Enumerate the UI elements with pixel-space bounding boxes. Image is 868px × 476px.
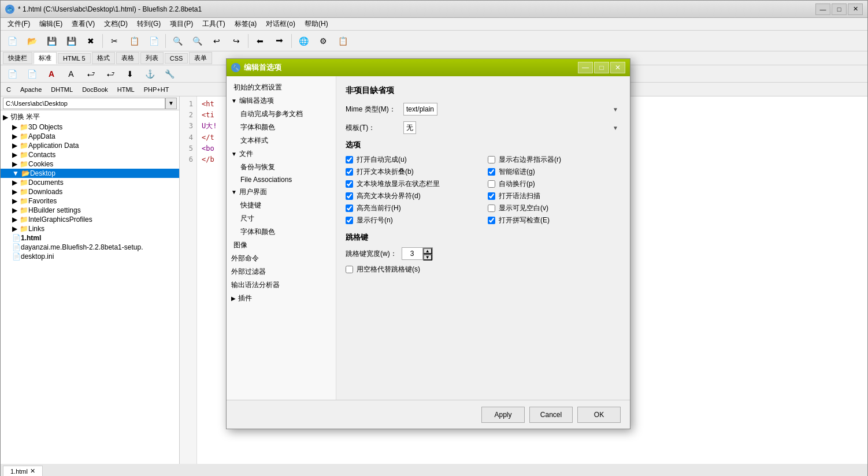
nav-label-images: 图像	[233, 240, 247, 250]
tab-space-label: 用空格代替跳格键(s)	[357, 265, 420, 274]
apply-button[interactable]: Apply	[481, 407, 525, 423]
opt-show-linenums: 显示行号(n)	[346, 215, 478, 225]
section-title: 非项目缺省项	[346, 85, 621, 96]
ok-button[interactable]: OK	[577, 407, 621, 423]
tab-width-row: 跳格键宽度(w)： ▲ ▼	[346, 247, 621, 260]
nav-ui[interactable]: ▼ 用户界面	[227, 185, 336, 199]
nav-images[interactable]: 图像	[227, 239, 336, 252]
opt-smartindent-label: 智能缩进(g)	[499, 167, 535, 177]
nav-label-shortcuts: 快捷键	[240, 200, 261, 210]
nav-label-initial: 初始的文档设置	[233, 83, 282, 92]
opt-syntax-label: 打开语法扫描	[499, 191, 540, 201]
opt-highlight-delim-checkbox[interactable]	[346, 192, 353, 200]
spinbox-buttons: ▲ ▼	[422, 247, 433, 260]
mime-dropdown-icon: ▼	[613, 106, 618, 113]
spinbox-up-button[interactable]: ▲	[423, 248, 432, 254]
nav-expand-plugins: ▶	[231, 295, 236, 302]
opt-show-whitespace: 显示可见空白(v)	[488, 203, 621, 213]
nav-label-files: 文件	[239, 149, 253, 159]
nav-label-dimensions: 尺寸	[240, 214, 254, 224]
nav-initial-docs[interactable]: 初始的文档设置	[227, 81, 336, 94]
template-dropdown-icon: ▼	[613, 125, 618, 131]
opt-wordwrap-checkbox[interactable]	[488, 180, 495, 188]
nav-editor-options[interactable]: ▼ 编辑器选项	[227, 94, 336, 107]
opt-show-whitespace-label: 显示可见空白(v)	[499, 203, 548, 213]
opt-autocomplete: 打开自动完成(u)	[346, 155, 478, 165]
dialog-overlay: 🔧 编辑首选项 — □ ✕ 初始的文档设置 ▼	[1, 1, 868, 476]
mime-label: Mime 类型(M)：	[346, 105, 403, 114]
opt-autocomplete-checkbox[interactable]	[346, 156, 353, 163]
opt-spell-label: 打开拼写检查(E)	[499, 215, 550, 225]
nav-label-ext-cmd: 外部命令	[231, 254, 259, 263]
mime-row: Mime 类型(M)： text/plain ▼	[346, 103, 621, 116]
nav-file-assoc[interactable]: File Associations	[227, 174, 336, 185]
template-select[interactable]: 无	[403, 121, 416, 134]
tab-space-checkbox[interactable]	[346, 266, 353, 273]
template-label: 模板(T)：	[346, 123, 403, 133]
dialog-title: 编辑首选项	[244, 62, 578, 73]
nav-label-plugins: 插件	[238, 293, 252, 303]
opt-fold-checkbox[interactable]	[346, 168, 353, 176]
dialog-maximize-button[interactable]: □	[594, 62, 609, 73]
cancel-button[interactable]: Cancel	[529, 407, 573, 423]
dialog-nav: 初始的文档设置 ▼ 编辑器选项 自动完成与参考文档 字体和颜色 文本样式	[227, 76, 336, 400]
nav-label-file-assoc: File Associations	[240, 176, 292, 184]
dialog-minimize-button[interactable]: —	[578, 62, 593, 73]
template-select-wrapper: 无 ▼	[403, 121, 621, 134]
opt-highlight-line-checkbox[interactable]	[346, 204, 353, 212]
nav-shortcuts[interactable]: 快捷键	[227, 199, 336, 212]
tab-width-spinbox: ▲ ▼	[402, 247, 431, 260]
opt-show-whitespace-checkbox[interactable]	[488, 204, 495, 212]
opt-show-linenums-label: 显示行号(n)	[357, 215, 393, 225]
opt-fold-label: 打开文本块折叠(b)	[357, 167, 414, 177]
options-grid: 打开自动完成(u) 显示右边界指示器(r) 打开文本块折叠(b)	[346, 155, 621, 225]
tab-section-title: 跳格键	[346, 232, 621, 243]
opt-rightmargin-checkbox[interactable]	[488, 156, 495, 163]
nav-font-color2[interactable]: 字体和颜色	[227, 225, 336, 239]
nav-dimensions[interactable]: 尺寸	[227, 212, 336, 225]
spinbox-down-button[interactable]: ▼	[423, 254, 432, 261]
tab-width-input[interactable]	[402, 247, 422, 260]
opt-statusbar: 文本块堆放显示在状态栏里	[346, 179, 478, 189]
opt-wordwrap-label: 自动换行(p)	[499, 179, 535, 189]
nav-label-output-parser: 输出语法分析器	[231, 280, 280, 290]
opt-statusbar-label: 文本块堆放显示在状态栏里	[357, 179, 440, 189]
nav-ext-cmd[interactable]: 外部命令	[227, 252, 336, 265]
dialog-close-button[interactable]: ✕	[610, 62, 625, 73]
nav-ext-filter[interactable]: 外部过滤器	[227, 265, 336, 278]
nav-backup[interactable]: 备份与恢复	[227, 161, 336, 174]
opt-syntax: 打开语法扫描	[488, 191, 621, 201]
opt-highlight-line: 高亮当前行(H)	[346, 203, 478, 213]
nav-text-style[interactable]: 文本样式	[227, 134, 336, 147]
opt-wordwrap: 自动换行(p)	[488, 179, 621, 189]
nav-label-font-color: 字体和颜色	[240, 122, 275, 132]
nav-files[interactable]: ▼ 文件	[227, 147, 336, 161]
opt-spell-checkbox[interactable]	[488, 217, 495, 224]
dialog-content: 非项目缺省项 Mime 类型(M)： text/plain ▼ 模	[336, 76, 630, 400]
tab-space-row: 用空格代替跳格键(s)	[346, 265, 621, 274]
opt-smartindent-checkbox[interactable]	[488, 168, 495, 176]
opt-syntax-checkbox[interactable]	[488, 192, 495, 200]
dialog-icon: 🔧	[231, 63, 240, 72]
nav-autocomplete[interactable]: 自动完成与参考文档	[227, 107, 336, 121]
nav-expand-files: ▼	[231, 151, 237, 157]
opt-statusbar-checkbox[interactable]	[346, 180, 353, 188]
nav-plugins[interactable]: ▶ 插件	[227, 292, 336, 305]
opt-spell: 打开拼写检查(E)	[488, 215, 621, 225]
opt-show-linenums-checkbox[interactable]	[346, 217, 353, 224]
dialog-controls: — □ ✕	[578, 62, 625, 73]
nav-font-color[interactable]: 字体和颜色	[227, 121, 336, 134]
options-title: 选项	[346, 140, 621, 150]
opt-smartindent: 智能缩进(g)	[488, 167, 621, 177]
nav-label-autocomplete: 自动完成与参考文档	[240, 109, 303, 119]
options-section: 选项 打开自动完成(u) 显示右边界指示器(r)	[346, 140, 621, 225]
nav-label-ext-filter: 外部过滤器	[231, 267, 266, 277]
opt-highlight-line-label: 高亮当前行(H)	[357, 203, 401, 213]
nav-label-text-style: 文本样式	[240, 136, 268, 146]
nav-output-parser[interactable]: 输出语法分析器	[227, 278, 336, 292]
dialog-title-bar: 🔧 编辑首选项 — □ ✕	[227, 59, 630, 76]
nav-label-backup: 备份与恢复	[240, 162, 275, 172]
nav-expand-editor: ▼	[231, 98, 237, 104]
opt-highlight-delim: 高亮文本块分界符(d)	[346, 191, 478, 201]
mime-select[interactable]: text/plain	[403, 103, 437, 116]
